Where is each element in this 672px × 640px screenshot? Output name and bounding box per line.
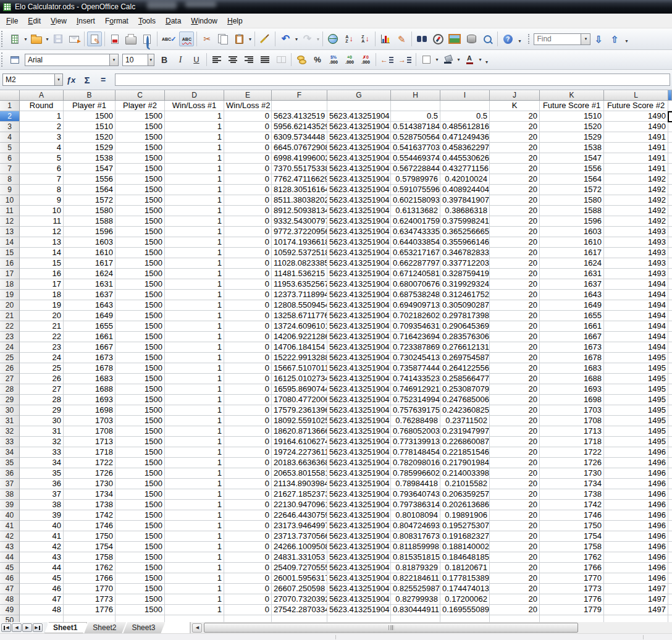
cell[interactable]: 5623.413251904 — [327, 248, 391, 258]
cell[interactable]: 0.231947997 — [440, 426, 490, 437]
cell[interactable]: 20 — [490, 416, 540, 426]
cell[interactable]: 5623.413251904 — [327, 363, 391, 374]
edit-mode-button[interactable]: ✎ — [87, 32, 102, 46]
cell[interactable]: 0.397841907 — [440, 195, 490, 206]
navigator-button[interactable] — [430, 32, 445, 46]
cell[interactable]: 1 — [165, 416, 224, 426]
cell[interactable]: 1500 — [116, 405, 165, 416]
cell[interactable]: 0 — [224, 342, 272, 353]
cell[interactable]: 0.21015582 — [440, 479, 490, 489]
cell[interactable]: 1 — [165, 321, 224, 332]
column-header-J[interactable]: J — [490, 90, 540, 101]
cell[interactable] — [668, 185, 672, 195]
cell[interactable]: 1500 — [116, 111, 165, 122]
cell[interactable]: 0.375998241 — [440, 216, 490, 227]
cell[interactable]: 5 — [20, 153, 64, 164]
cell[interactable]: 1495 — [604, 437, 668, 447]
row-header-28[interactable]: 28 — [0, 384, 20, 395]
cell[interactable]: 1 — [165, 153, 224, 164]
cell[interactable]: 5623.413251904 — [327, 321, 391, 332]
cell[interactable]: 1 — [165, 353, 224, 363]
cell[interactable]: 1497 — [604, 584, 668, 594]
cell[interactable]: 5623.413251904 — [327, 195, 391, 206]
cell[interactable] — [668, 395, 672, 405]
cell[interactable]: 1500 — [116, 279, 165, 290]
font-name-combo[interactable]: ▾ — [25, 54, 119, 66]
cell[interactable]: 0.662287797 — [391, 258, 440, 269]
cell[interactable]: 1494 — [604, 321, 668, 332]
menu-format[interactable]: Format — [100, 14, 133, 28]
cell[interactable]: 5623.413251904 — [327, 164, 391, 174]
cell[interactable]: 20 — [490, 258, 540, 269]
cell[interactable] — [668, 500, 672, 510]
cell[interactable]: 1494 — [604, 279, 668, 290]
font-name-input[interactable] — [25, 54, 109, 65]
row-header-2[interactable]: 2 — [0, 111, 20, 122]
function-wizard-button[interactable]: ƒx — [64, 72, 78, 87]
cell[interactable]: 14706.184154 — [272, 342, 327, 353]
column-header-D[interactable]: D — [165, 90, 224, 101]
styles-formatting-button[interactable] — [7, 53, 22, 67]
cell[interactable] — [668, 143, 672, 153]
cell[interactable]: 1500 — [116, 206, 165, 216]
cell[interactable]: 0.57989976 — [391, 174, 440, 185]
email-button[interactable] — [67, 32, 82, 46]
cell[interactable]: 0.541637703 — [391, 143, 440, 153]
cell[interactable]: 1547 — [540, 153, 604, 164]
cell[interactable]: 6645.07672908 — [272, 143, 327, 153]
percent-format-button[interactable]: % — [310, 53, 325, 67]
cell[interactable]: 1500 — [116, 321, 165, 332]
cell[interactable]: 1500 — [116, 353, 165, 363]
cell[interactable]: 0.408924404 — [440, 185, 490, 195]
row-header-35[interactable]: 35 — [0, 458, 20, 468]
cell[interactable]: 5623.4132519 — [272, 111, 327, 122]
cell[interactable]: 1762 — [540, 552, 604, 563]
cell[interactable]: 1649 — [540, 300, 604, 311]
cell[interactable]: 1500 — [116, 248, 165, 258]
cell[interactable] — [668, 101, 672, 111]
cell[interactable] — [668, 542, 672, 552]
cell[interactable]: 0.202613686 — [440, 500, 490, 510]
horizontal-scrollbar[interactable]: ◀ — [191, 622, 672, 633]
find-replace-button[interactable] — [414, 32, 429, 46]
row-header-33[interactable]: 33 — [0, 437, 20, 447]
cell[interactable]: 0.680070676 — [391, 279, 440, 290]
cell[interactable]: 13258.6711776 — [272, 311, 327, 321]
tab-sheet2[interactable]: Sheet2 — [84, 622, 126, 633]
cell[interactable]: 0 — [224, 132, 272, 143]
cell[interactable] — [391, 615, 440, 622]
row-header-18[interactable]: 18 — [0, 279, 20, 290]
cell[interactable]: 1758 — [64, 552, 116, 563]
cell[interactable]: 20 — [490, 269, 540, 279]
cell[interactable]: 1643 — [64, 300, 116, 311]
cell[interactable]: 1564 — [540, 174, 604, 185]
cell[interactable]: 0 — [224, 300, 272, 311]
cell[interactable]: 1491 — [604, 153, 668, 164]
cell[interactable]: 1500 — [116, 174, 165, 185]
cell[interactable]: 20 — [490, 321, 540, 332]
cell[interactable]: 8 — [20, 185, 64, 195]
cell[interactable]: 1490 — [604, 111, 668, 122]
cell[interactable]: 2 — [20, 122, 64, 132]
cell[interactable]: 0.253087079 — [440, 384, 490, 395]
cell[interactable]: 22130.9470961 — [272, 500, 327, 510]
cell[interactable]: 1500 — [116, 552, 165, 563]
row-header-37[interactable]: 37 — [0, 479, 20, 489]
cell[interactable] — [668, 342, 672, 353]
cell[interactable]: 5623.413251904 — [327, 552, 391, 563]
cell[interactable]: 15 — [20, 258, 64, 269]
cell[interactable]: 0.730245413 — [391, 353, 440, 363]
cell[interactable]: 0.445530626 — [440, 153, 490, 164]
cell[interactable]: 27 — [20, 384, 64, 395]
cell[interactable]: 0.811859998 — [391, 542, 440, 552]
cell[interactable]: 20 — [490, 237, 540, 248]
cell[interactable] — [668, 363, 672, 374]
cell[interactable]: 1 — [165, 573, 224, 584]
cell[interactable]: 0.247685006 — [440, 395, 490, 405]
cell[interactable]: 1730 — [540, 468, 604, 479]
underline-button[interactable]: U — [189, 53, 204, 67]
cell[interactable]: 1 — [20, 111, 64, 122]
standard-toolbar-overflow[interactable]: ▾ — [516, 33, 523, 45]
menu-tools[interactable]: Tools — [133, 14, 161, 28]
cell[interactable]: 16 — [20, 269, 64, 279]
